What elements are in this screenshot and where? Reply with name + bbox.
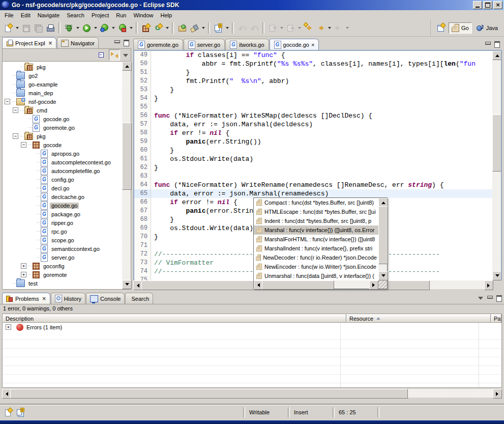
problems-scroll-right-button[interactable] <box>493 389 502 399</box>
tree-item-go-example[interactable]: go-example <box>3 80 122 89</box>
editor-scroll-up-button[interactable] <box>492 51 502 60</box>
code-line-49[interactable]: 49 if classes[i] == "func" { <box>134 51 492 60</box>
code-line-52[interactable]: 52 fmt.Printf(" %s\n", abbr) <box>134 77 492 86</box>
maximize-view-icon[interactable] <box>496 295 502 301</box>
minimize-view-icon[interactable] <box>485 41 491 47</box>
tree-item-go2[interactable]: go2 <box>3 71 122 80</box>
code-line-59[interactable]: 59 panic(err.String()) <box>134 137 492 146</box>
popup-hscrollbar-thumb[interactable] <box>262 280 334 290</box>
code-line-54[interactable]: 54} <box>134 94 492 103</box>
code-line-55[interactable]: 55 <box>134 103 492 111</box>
menu-project[interactable]: Project <box>88 11 112 19</box>
run-history-dropdown[interactable] <box>110 22 116 34</box>
maximize-view-icon[interactable] <box>123 40 129 45</box>
tree-item-gocode[interactable]: −gocode <box>3 140 122 149</box>
editor-scrollbar-thumb[interactable] <box>492 115 502 172</box>
print-button[interactable] <box>44 22 56 34</box>
code-line-56[interactable]: 56func (*NiceFormatter) WriteSMap(declde… <box>134 111 492 120</box>
autocomplete-item[interactable]: Indent : func(dst *bytes.Buffer, src []u… <box>254 216 378 225</box>
collapse-all-icon[interactable] <box>98 51 106 59</box>
popup-scroll-right-button[interactable] <box>369 280 378 290</box>
menu-search[interactable]: Search <box>63 11 88 19</box>
code-line-53[interactable]: 53 } <box>134 86 492 94</box>
tree-item-goconfig[interactable]: +goconfig <box>3 262 122 270</box>
tree-item-ripper-go[interactable]: ripper.go <box>3 218 122 227</box>
view-tab-console[interactable]: Console <box>86 293 125 304</box>
tree-item-goremote[interactable]: +goremote <box>3 270 122 279</box>
tab-close-icon[interactable]: × <box>311 42 314 48</box>
run-button[interactable] <box>80 22 93 34</box>
popup-resize-grip[interactable] <box>378 280 387 289</box>
tree-scroll-down-button[interactable] <box>122 280 132 289</box>
expand-icon[interactable]: + <box>21 263 26 269</box>
code-line-64[interactable]: 64func (*NiceFormatter) WriteRename(rena… <box>134 181 492 189</box>
external-tools-dropdown[interactable] <box>128 22 134 34</box>
maximize-view-icon[interactable] <box>494 41 500 47</box>
tree-item-nsf-gocode[interactable]: −nsf-gocode <box>3 97 122 106</box>
back-dropdown[interactable] <box>327 22 332 34</box>
editor-tab-server-go[interactable]: server.go <box>184 39 225 50</box>
tab-close-icon[interactable]: × <box>48 40 52 46</box>
open-resource-button[interactable] <box>176 22 188 34</box>
editor-tab-itworks-go[interactable]: itworks.go <box>225 39 269 50</box>
code-line-50[interactable]: 50 abbr = fmt.Sprintf("%s %s%s", classes… <box>134 60 492 68</box>
tree-item-test[interactable]: test <box>3 279 122 288</box>
tree-item-declcache-go[interactable]: declcache.go <box>3 192 122 201</box>
code-line-51[interactable]: 51 } <box>134 68 492 77</box>
menu-file[interactable]: File <box>1 11 17 19</box>
minimize-view-icon[interactable] <box>114 40 120 45</box>
collapse-icon[interactable]: − <box>13 133 18 139</box>
tree-item-semanticcontext-go[interactable]: semanticcontext.go <box>3 244 122 253</box>
popup-scrollbar-thumb[interactable] <box>378 206 388 264</box>
editor-scroll-down-button[interactable] <box>492 271 502 280</box>
perspective-java[interactable]: Java <box>473 22 501 34</box>
close-button[interactable]: × <box>493 1 502 9</box>
autocomplete-item[interactable]: Marshal : func(v interface{}) ([]uint8, … <box>254 225 378 235</box>
run-dropdown[interactable] <box>93 22 98 34</box>
column-header-description[interactable]: Description <box>3 314 346 323</box>
problems-hscrollbar-thumb[interactable] <box>10 389 408 399</box>
run-history-button[interactable] <box>98 22 110 34</box>
external-tools-button[interactable] <box>116 22 128 34</box>
autocomplete-item[interactable]: NewDecoder : func(r io.Reader) *json.Dec… <box>254 253 378 262</box>
popup-scroll-down-button[interactable] <box>378 271 388 280</box>
search-dropdown[interactable] <box>200 22 206 34</box>
menu-run[interactable]: Run <box>112 11 130 19</box>
code-line-60[interactable]: 60 } <box>134 146 492 155</box>
tree-item-decl-go[interactable]: decl.go <box>3 184 122 192</box>
minimize-button[interactable] <box>473 1 482 9</box>
last-edit-location-button[interactable] <box>302 22 314 34</box>
tree-item-package-go[interactable]: package.go <box>3 210 122 218</box>
expand-icon[interactable]: + <box>21 272 26 277</box>
autocomplete-item[interactable]: MarshalForHTML : func(v interface{}) ([]… <box>254 235 378 244</box>
search-button[interactable] <box>188 22 200 34</box>
link-with-editor-button[interactable] <box>109 49 120 61</box>
new-go-package-button[interactable] <box>140 22 152 34</box>
debug-dropdown[interactable] <box>75 22 80 34</box>
collapse-icon[interactable]: − <box>13 107 18 113</box>
autocomplete-item[interactable]: Unmarshal : func(data []uint8, v interfa… <box>254 271 378 280</box>
editor-tab-gocode-go[interactable]: gocode.go× <box>270 39 319 50</box>
autocomplete-item[interactable]: MarshalIndent : func(v interface{}, pref… <box>254 244 378 253</box>
tree-item-rpc-go[interactable]: rpc.go <box>3 227 122 236</box>
view-tab-problems[interactable]: Problems× <box>2 293 50 304</box>
tree-item-config-go[interactable]: config.go <box>3 175 122 184</box>
tree-item-scope-go[interactable]: scope.go <box>3 236 122 244</box>
autocomplete-item[interactable]: Compact : func(dst *bytes.Buffer, src []… <box>254 198 378 207</box>
maximize-button[interactable] <box>483 1 492 9</box>
new-wizard-dropdown[interactable] <box>14 22 20 34</box>
code-line-57[interactable]: 57 data, err := json.Marshal(decldescs) <box>134 120 492 129</box>
open-perspective-button[interactable] <box>435 22 447 34</box>
expand-icon[interactable]: + <box>6 324 11 330</box>
tree-item-gocode-go[interactable]: gocode.go <box>3 201 122 210</box>
new-go-app-button[interactable] <box>152 22 164 34</box>
tree-item-gocode-go[interactable]: gocode.go <box>3 115 122 123</box>
menu-help[interactable]: Help <box>157 11 176 19</box>
fast-view-icon[interactable] <box>4 408 12 416</box>
back-button[interactable] <box>314 22 327 34</box>
tree-scrollbar[interactable] <box>122 62 131 289</box>
collapse-icon[interactable]: − <box>5 99 10 104</box>
tree-item-main-dep[interactable]: main_dep <box>3 89 122 97</box>
minimize-view-icon[interactable] <box>487 295 493 301</box>
menu-navigate[interactable]: Navigate <box>34 11 63 19</box>
